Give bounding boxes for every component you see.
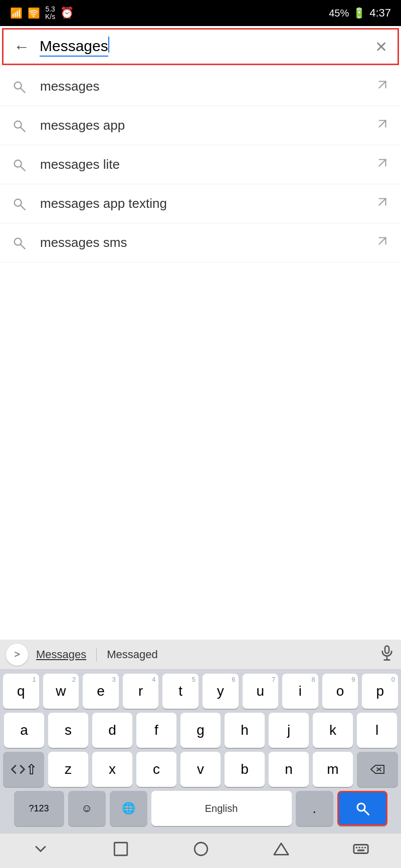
status-right: 45% 🔋 4:37 <box>329 7 391 20</box>
back-button[interactable]: ← <box>14 39 30 55</box>
nav-recents-button[interactable] <box>192 840 210 861</box>
key-t[interactable]: 5t <box>162 674 198 709</box>
svg-line-8 <box>379 160 386 166</box>
key-l[interactable]: l <box>357 713 397 748</box>
key-g[interactable]: g <box>180 713 221 748</box>
key-row-4: ?123 ☺ 🌐 English . <box>3 791 398 826</box>
suggestion-text: messages sms <box>40 235 376 250</box>
arrow-icon <box>376 156 389 173</box>
numbers-key[interactable]: ?123 <box>14 791 64 826</box>
suggestion-text: messages <box>40 79 376 94</box>
signal-icon: 📶 <box>10 7 23 19</box>
search-input[interactable]: Messages <box>40 38 108 57</box>
globe-key[interactable]: 🌐 <box>110 791 147 826</box>
key-d[interactable]: d <box>92 713 132 748</box>
key-w[interactable]: 2w <box>43 674 79 709</box>
search-icon <box>12 119 26 133</box>
key-q[interactable]: 1q <box>3 674 39 709</box>
key-v[interactable]: v <box>180 752 221 787</box>
key-n[interactable]: n <box>269 752 309 787</box>
svg-point-0 <box>15 82 22 89</box>
svg-line-11 <box>379 199 386 205</box>
arrow-icon <box>376 195 389 212</box>
expand-icon: > <box>14 649 20 660</box>
svg-point-23 <box>194 842 208 855</box>
nav-back-button[interactable] <box>32 840 50 861</box>
svg-line-2 <box>379 82 386 88</box>
suggestion-item[interactable]: messages app texting <box>0 184 401 223</box>
nav-keyboard-button[interactable] <box>352 840 369 861</box>
status-bar: 📶 🛜 5.3K/s ⏰ 45% 🔋 4:37 <box>0 0 401 26</box>
svg-rect-25 <box>354 845 368 853</box>
key-e[interactable]: 3e <box>83 674 119 709</box>
suggestion-text: messages lite <box>40 157 376 172</box>
svg-line-7 <box>21 166 25 170</box>
suggestion-item[interactable]: messages app <box>0 106 401 145</box>
key-h[interactable]: h <box>225 713 265 748</box>
svg-line-10 <box>21 205 25 209</box>
svg-point-6 <box>15 160 22 167</box>
search-icon <box>12 197 26 211</box>
key-row-1: 1q 2w 3e 4r 5t 6y 7u 8i 9o 0p <box>3 674 398 709</box>
key-f[interactable]: f <box>136 713 176 748</box>
nav-triangle-button[interactable] <box>273 840 290 861</box>
key-c[interactable]: c <box>136 752 176 787</box>
suggestion-text: messages app <box>40 118 376 133</box>
svg-rect-15 <box>385 646 389 654</box>
svg-point-9 <box>15 199 22 206</box>
svg-line-5 <box>379 121 386 127</box>
word-suggestion-messaged[interactable]: Messaged <box>107 648 158 661</box>
close-button[interactable]: ✕ <box>375 38 387 56</box>
key-a[interactable]: a <box>4 713 44 748</box>
svg-line-14 <box>379 238 386 244</box>
cursor <box>108 37 109 53</box>
backspace-key[interactable] <box>357 752 398 787</box>
data-speed: 5.3K/s <box>45 6 55 21</box>
search-key[interactable] <box>337 791 387 826</box>
svg-line-13 <box>21 244 25 248</box>
suggestion-item[interactable]: messages lite <box>0 145 401 184</box>
key-y[interactable]: 6y <box>203 674 239 709</box>
key-p[interactable]: 0p <box>362 674 398 709</box>
key-row-2: a s d f g h j k l <box>3 713 398 748</box>
expand-button[interactable]: > <box>6 644 28 666</box>
key-u[interactable]: 7u <box>243 674 279 709</box>
period-key[interactable]: . <box>296 791 333 826</box>
suggestions-list: messages messages app messages lite <box>0 67 401 640</box>
key-b[interactable]: b <box>225 752 265 787</box>
key-o[interactable]: 9o <box>322 674 358 709</box>
suggestion-item[interactable]: messages <box>0 67 401 106</box>
shift-key[interactable]: ⇧ <box>3 752 44 787</box>
arrow-icon <box>376 78 389 95</box>
arrow-icon <box>376 234 389 251</box>
svg-line-1 <box>21 88 25 92</box>
mic-button[interactable] <box>379 645 395 664</box>
keyboard-section: > Messages Messaged 1q 2w 3e 4r 5t 6y 7u… <box>0 640 401 868</box>
key-m[interactable]: m <box>313 752 353 787</box>
nav-bar <box>0 833 401 868</box>
emoji-key[interactable]: ☺ <box>68 791 106 826</box>
suggestion-item[interactable]: messages sms <box>0 223 401 262</box>
search-icon <box>12 158 26 172</box>
key-z[interactable]: z <box>48 752 88 787</box>
search-input-container: Messages <box>40 37 375 57</box>
key-row-3: ⇧ z x c v b n m <box>3 752 398 787</box>
word-divider <box>96 648 97 662</box>
space-key[interactable]: English <box>151 791 292 826</box>
svg-line-4 <box>21 127 25 131</box>
svg-line-21 <box>364 810 368 815</box>
key-s[interactable]: s <box>48 713 88 748</box>
status-left: 📶 🛜 5.3K/s ⏰ <box>10 6 74 21</box>
key-k[interactable]: k <box>313 713 353 748</box>
word-suggestion-messages[interactable]: Messages <box>36 648 86 661</box>
battery-icon: 🔋 <box>353 7 365 19</box>
search-bar: ← Messages ✕ <box>2 28 399 65</box>
battery-percent: 45% <box>329 8 349 19</box>
svg-point-12 <box>15 238 22 245</box>
svg-point-3 <box>15 121 22 128</box>
key-j[interactable]: j <box>269 713 309 748</box>
key-x[interactable]: x <box>92 752 132 787</box>
key-i[interactable]: 8i <box>282 674 318 709</box>
nav-home-button[interactable] <box>112 840 129 861</box>
key-r[interactable]: 4r <box>123 674 159 709</box>
